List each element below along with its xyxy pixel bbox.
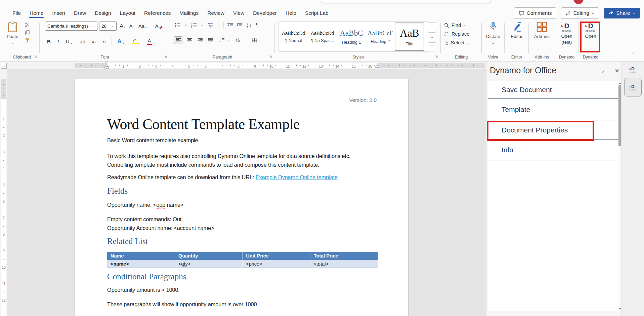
menu-tab-home[interactable]: Home [25,8,48,18]
align-right-icon[interactable] [196,37,204,44]
ruler-tick [403,65,403,66]
text-effects-button[interactable]: A⌄ [116,37,126,45]
editor-button[interactable]: Editor [505,22,529,40]
ribbon-group-voice: Dictate ⌄ Voice [482,19,505,61]
ruler-tick [396,65,396,66]
menu-tab-script-lab[interactable]: Script Lab [301,8,333,18]
find-button[interactable]: Find ⌄ [444,21,470,30]
line-spacing-icon[interactable] [219,38,225,43]
styles-more-button[interactable]: ⌄ [428,42,436,51]
menu-tab-insert[interactable]: Insert [48,8,70,18]
shrink-font-button[interactable]: Aˇ [128,23,135,30]
font-size-combobox[interactable]: 28 ⌄ [99,22,117,31]
addins-button[interactable]: Add-ins [529,22,555,40]
documill-addin-icon[interactable]: DDOCUMILL [624,66,642,73]
ribbon-group-dynamo-test: D DOCUMILL Open (test) Dynamo [555,19,578,61]
style-card-heading-1[interactable]: AaBbCHeading 1 [337,23,366,51]
menu-tab-view[interactable]: View [229,8,249,18]
show-paragraph-marks-icon[interactable]: ¶ [256,22,259,28]
justify-icon[interactable] [207,37,215,44]
editing-mode-dropdown[interactable]: Editing ⌄ [561,7,599,19]
left-indent-marker[interactable] [104,62,109,69]
ruler-tick [3,92,4,92]
style-card--normal[interactable]: AaBbCcDd¶ Normal [279,23,308,51]
select-button[interactable]: Select ⌄ [444,38,470,47]
menu-tab-file[interactable]: File [8,8,25,18]
ruler-tick [3,177,4,177]
clipboard-dialog-launcher-icon[interactable]: ⇲ [34,55,37,59]
task-pane-chevron-down-icon[interactable]: ⌄ [601,68,605,73]
pane-item-info[interactable]: Info [488,140,618,160]
pane-item-template[interactable]: Template [488,99,618,120]
menu-tab-review[interactable]: Review [203,8,229,18]
format-painter-icon[interactable] [25,38,30,43]
bold-button[interactable]: B [46,38,52,45]
italic-button[interactable]: I [56,38,60,45]
menu-tab-developer[interactable]: Developer [249,8,281,18]
ruler-tick [263,65,264,66]
clear-formatting-button[interactable]: A [154,23,164,30]
doc-title: Word Content Template Example [107,116,300,133]
documill-addin-icon-active[interactable]: DDOCUMILL [624,78,642,96]
font-name-combobox[interactable]: Cambria (Headings) ⌄ [45,22,97,31]
highlighter-icon [132,39,136,43]
right-indent-marker[interactable] [375,65,379,68]
styles-scroll-down-button[interactable]: ⌄ [428,32,436,41]
dictate-button[interactable]: Dictate ⌄ [482,22,505,45]
borders-icon[interactable] [252,38,257,43]
multilevel-list-icon[interactable] [207,23,213,28]
menu-tab-draw[interactable]: Draw [70,8,90,18]
ruler-number: 12 [302,64,306,68]
menu-tab-mailings[interactable]: Mailings [175,8,203,18]
share-button[interactable]: Share ⌄ [604,8,640,18]
bullet-list-icon[interactable] [175,23,181,28]
ruler-tick [3,95,4,96]
document-page[interactable]: Version: 2.0 Word Content Template Examp… [75,79,409,316]
paragraph-dialog-launcher-icon[interactable]: ⇲ [269,55,272,59]
subscript-button[interactable]: x₂ [91,38,97,45]
font-dialog-launcher-icon[interactable]: ⇲ [164,55,167,59]
menu-tab-help[interactable]: Help [281,8,301,18]
highlight-color-button[interactable]: ⌄ [130,38,141,45]
ruler-tick [422,65,422,66]
style-card--no-spac-[interactable]: AaBbCcDd¶ No Spac... [308,23,337,51]
copy-icon[interactable] [25,30,30,35]
align-center-icon[interactable] [185,37,193,44]
menu-tab-references[interactable]: References [140,8,175,18]
style-card-heading-2[interactable]: AaBbCcDHeading 2 [366,23,395,51]
doc-hyperlink[interactable]: Example Dynamo Online template [256,174,338,180]
tab-stop-selector[interactable]: ∟ [1,63,7,69]
cut-icon[interactable] [25,22,30,27]
pane-item-save-document[interactable]: Save Document [488,81,618,99]
styles-dialog-launcher-icon[interactable]: ⇲ [435,55,438,59]
menu-tab-design[interactable]: Design [90,8,115,18]
comments-button[interactable]: Comments [514,7,557,19]
paste-button[interactable]: Paste ⌄ [7,22,18,45]
ruler-dot [308,65,309,66]
underline-button[interactable]: U⌄ [65,38,74,45]
align-left-icon[interactable] [174,36,182,44]
change-case-button[interactable]: Aa ⌄ [137,23,149,30]
sort-icon[interactable]: AZ [246,23,252,28]
increase-indent-icon[interactable] [237,23,243,28]
decrease-indent-icon[interactable] [227,23,233,28]
task-pane-close-icon[interactable]: ✕ [615,68,619,74]
styles-scroll-up-button[interactable]: ⌃ [428,22,436,31]
horizontal-ruler[interactable]: ∟ 12345678910111213141516 [0,62,486,69]
style-preview: AaBbCcDd [282,31,305,36]
shading-icon[interactable] [235,38,241,43]
numbered-list-icon[interactable]: 123 [191,23,197,28]
collapse-ribbon-icon[interactable]: ⌃ [632,52,635,57]
strikethrough-button[interactable]: ab [78,38,87,45]
superscript-button[interactable]: x² [101,38,108,45]
group-label-paragraph: Paragraph [170,55,275,60]
menu-tab-layout[interactable]: Layout [116,8,140,18]
font-color-button[interactable]: A ⌄ [145,37,157,46]
search-box[interactable] [321,0,491,3]
grow-font-button[interactable]: Aˆ [118,22,126,30]
style-card-title[interactable]: AaBTitle [395,23,424,51]
replace-button[interactable]: bc Replace [444,30,470,38]
ruler-tick [3,210,4,210]
vertical-ruler[interactable]: 123456789101112 [0,69,7,316]
open-test-button[interactable]: D DOCUMILL Open (test) [555,22,578,45]
